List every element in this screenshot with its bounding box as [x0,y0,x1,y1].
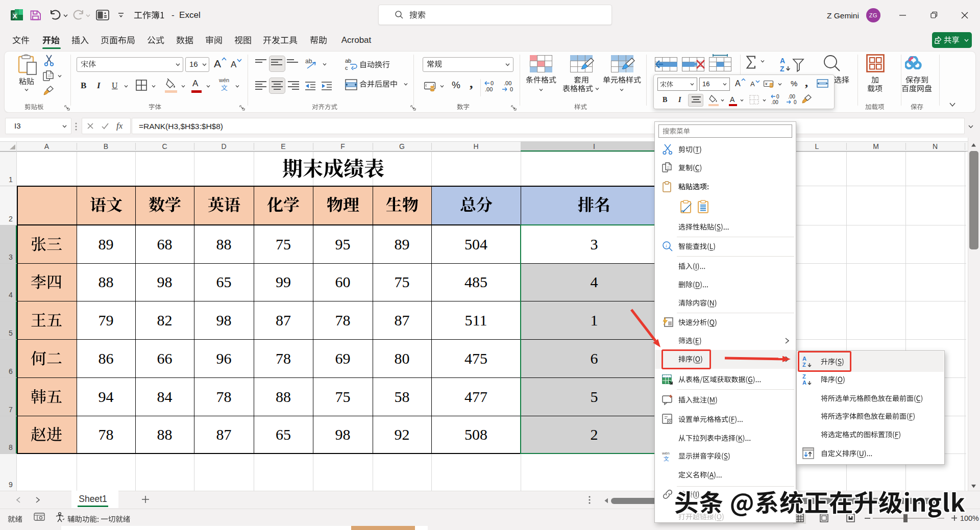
svg-text:c: c [345,65,348,71]
svg-text:0: 0 [491,80,494,86]
svg-text:ab: ab [345,58,351,64]
svg-text:.00: .00 [788,94,795,99]
svg-text:0: 0 [794,99,797,105]
svg-text:Z: Z [780,65,785,73]
svg-text:ab: ab [305,58,312,65]
svg-text:.00: .00 [485,86,493,92]
svg-text:wén: wén [218,77,229,83]
svg-text:X: X [13,12,17,20]
svg-text:Z: Z [802,373,806,380]
svg-text:.00: .00 [771,99,778,105]
svg-text:.00: .00 [504,80,511,86]
svg-text:A: A [780,57,785,65]
svg-text:i: i [666,243,667,248]
svg-text:0: 0 [510,86,513,92]
svg-text:0: 0 [776,94,779,99]
svg-text:wén: wén [662,451,670,456]
svg-text:¥: ¥ [765,82,768,86]
svg-text:A: A [802,380,806,386]
svg-text:文: 文 [664,456,669,462]
